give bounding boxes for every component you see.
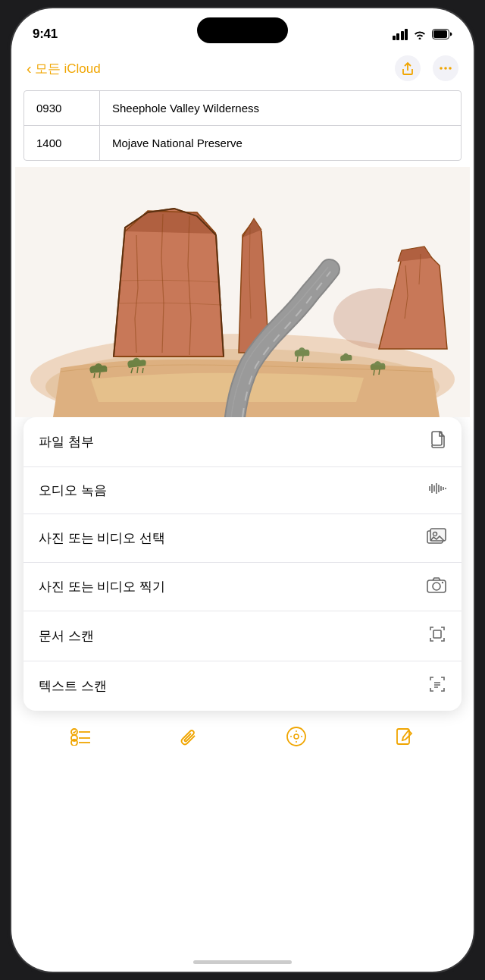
table-cell-place-1: Sheephole Valley Wilderness <box>100 91 461 125</box>
table-row: 0930 Sheephole Valley Wilderness <box>24 91 461 126</box>
table-cell-time-2: 1400 <box>24 126 100 160</box>
svg-point-2 <box>440 67 443 70</box>
attach-button[interactable] <box>180 727 198 746</box>
table-row: 1400 Mojave National Preserve <box>24 126 461 160</box>
attach-file-item[interactable]: 파일 첨부 <box>23 417 462 467</box>
svg-point-4 <box>449 67 452 70</box>
action-sheet: 파일 첨부 오디오 녹음 <box>23 417 462 711</box>
scan-text-label: 텍스트 스캔 <box>39 677 107 695</box>
signal-icon <box>393 29 408 40</box>
desert-illustration <box>11 167 474 417</box>
home-indicator <box>193 960 292 964</box>
scan-document-label: 문서 스캔 <box>39 627 94 645</box>
nav-bar: ‹ 모든 iCloud <box>11 49 474 87</box>
audio-record-item[interactable]: 오디오 녹음 <box>23 467 462 514</box>
svg-point-3 <box>444 67 447 70</box>
attach-file-label: 파일 첨부 <box>39 433 94 451</box>
wifi-icon <box>413 29 427 39</box>
svg-point-36 <box>294 734 299 739</box>
camera-icon <box>427 576 446 597</box>
svg-point-23 <box>433 583 440 590</box>
notes-table: 0930 Sheephole Valley Wilderness 1400 Mo… <box>23 90 462 161</box>
scan-document-item[interactable]: 문서 스캔 <box>23 611 462 661</box>
svg-rect-9 <box>432 432 442 445</box>
status-time: 9:41 <box>33 27 58 42</box>
nav-actions <box>395 55 458 81</box>
table-cell-time-1: 0930 <box>24 91 100 125</box>
svg-point-35 <box>287 727 305 746</box>
photo-video-select-item[interactable]: 사진 또는 비디오 선택 <box>23 514 462 563</box>
photo-library-icon <box>427 528 446 548</box>
svg-rect-1 <box>433 30 447 38</box>
back-button[interactable]: ‹ 모든 iCloud <box>27 60 101 77</box>
audio-record-label: 오디오 녹음 <box>39 482 107 499</box>
chevron-left-icon: ‹ <box>27 60 32 77</box>
svg-point-24 <box>442 582 443 583</box>
share-button[interactable] <box>395 55 421 81</box>
photo-video-select-label: 사진 또는 비디오 선택 <box>39 529 165 547</box>
edit-button[interactable] <box>395 727 415 746</box>
scan-text-item[interactable]: 텍스트 스캔 <box>23 661 462 711</box>
scan-text-icon <box>428 675 446 697</box>
svg-rect-25 <box>433 630 441 638</box>
photo-video-capture-label: 사진 또는 비디오 찍기 <box>39 578 165 595</box>
dynamic-island <box>197 17 288 43</box>
battery-icon <box>432 29 452 39</box>
scan-doc-icon <box>428 625 446 647</box>
left-butte <box>114 209 224 357</box>
audio-icon <box>427 481 446 500</box>
pen-button[interactable] <box>286 726 307 747</box>
checklist-button[interactable] <box>70 727 92 746</box>
phone-frame: 9:41 ‹ 모든 iCloud <box>11 8 474 972</box>
more-button[interactable] <box>433 55 458 81</box>
back-label: 모든 iCloud <box>35 60 101 77</box>
status-icons <box>393 29 453 40</box>
table-cell-place-2: Mojave National Preserve <box>100 126 461 160</box>
bottom-toolbar <box>11 717 474 770</box>
file-icon <box>430 431 446 453</box>
photo-video-capture-item[interactable]: 사진 또는 비디오 찍기 <box>23 563 462 611</box>
